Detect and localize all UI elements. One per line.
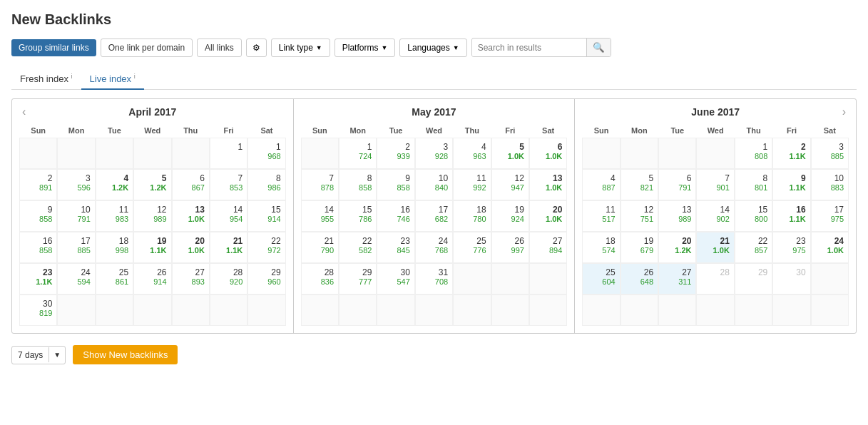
- day-cell[interactable]: 231.1K: [19, 263, 57, 295]
- day-cell[interactable]: 30819: [19, 295, 57, 326]
- day-cell[interactable]: 9858: [377, 169, 414, 200]
- search-input[interactable]: [472, 39, 586, 56]
- day-cell[interactable]: 27893: [172, 263, 210, 295]
- day-cell[interactable]: 26997: [491, 232, 529, 263]
- day-cell[interactable]: 25604: [582, 263, 620, 295]
- day-cell[interactable]: 61.0K: [529, 138, 567, 169]
- day-cell[interactable]: 18574: [582, 232, 620, 263]
- day-cell[interactable]: 22857: [735, 232, 772, 263]
- day-cell[interactable]: 10883: [811, 169, 849, 200]
- group-similar-button[interactable]: Group similar links: [11, 39, 96, 56]
- day-cell[interactable]: 2891: [19, 169, 57, 200]
- day-cell[interactable]: 4963: [453, 138, 491, 169]
- tab-live-index[interactable]: Live index i: [81, 68, 144, 90]
- day-cell[interactable]: 12989: [133, 200, 171, 232]
- day-cell[interactable]: 7853: [210, 169, 247, 200]
- day-cell[interactable]: 27311: [658, 263, 696, 295]
- link-type-dropdown[interactable]: Link type ▼: [271, 39, 330, 57]
- day-cell[interactable]: 22972: [247, 232, 285, 263]
- day-cell[interactable]: 18780: [453, 200, 491, 232]
- day-cell[interactable]: 23975: [772, 232, 810, 263]
- day-cell[interactable]: 2939: [377, 138, 414, 169]
- day-cell[interactable]: 7878: [301, 169, 339, 200]
- day-cell[interactable]: 19679: [621, 232, 658, 263]
- prev-month-button[interactable]: ‹: [19, 106, 29, 118]
- day-cell[interactable]: 25776: [453, 232, 491, 263]
- day-cell[interactable]: 5821: [621, 169, 658, 200]
- day-cell[interactable]: 23845: [377, 232, 414, 263]
- day-cell[interactable]: 3596: [57, 169, 95, 200]
- show-new-backlinks-button[interactable]: Show New backlinks: [73, 345, 178, 364]
- day-cell[interactable]: 10791: [57, 200, 95, 232]
- day-cell[interactable]: 15914: [247, 200, 285, 232]
- day-cell[interactable]: 19924: [491, 200, 529, 232]
- day-cell[interactable]: 16858: [19, 232, 57, 263]
- day-cell[interactable]: 1968: [247, 138, 285, 169]
- day-cell[interactable]: 28836: [301, 263, 339, 295]
- day-cell[interactable]: 14902: [696, 200, 734, 232]
- day-cell[interactable]: 211.1K: [210, 232, 247, 263]
- day-cell[interactable]: 22582: [339, 232, 377, 263]
- day-cell[interactable]: 191.1K: [133, 232, 171, 263]
- day-cell[interactable]: 28: [696, 263, 734, 295]
- day-cell[interactable]: 24594: [57, 263, 95, 295]
- day-cell[interactable]: 17682: [415, 200, 453, 232]
- day-cell[interactable]: 30547: [377, 263, 414, 295]
- day-cell[interactable]: 17885: [57, 232, 95, 263]
- day-cell[interactable]: 10840: [415, 169, 453, 200]
- day-cell[interactable]: 131.0K: [529, 169, 567, 200]
- days-select[interactable]: 7 days ▼: [11, 346, 66, 364]
- day-cell[interactable]: 11983: [96, 200, 133, 232]
- day-cell[interactable]: 21790: [301, 232, 339, 263]
- day-cell[interactable]: 8858: [339, 169, 377, 200]
- day-cell[interactable]: 30: [772, 263, 810, 295]
- day-cell[interactable]: 51.2K: [133, 169, 171, 200]
- one-link-per-domain-button[interactable]: One link per domain: [101, 39, 193, 57]
- day-cell[interactable]: 12947: [491, 169, 529, 200]
- day-cell[interactable]: 91.1K: [772, 169, 810, 200]
- day-cell[interactable]: 201.0K: [172, 232, 210, 263]
- day-cell[interactable]: 26914: [133, 263, 171, 295]
- day-cell[interactable]: 241.0K: [811, 232, 849, 263]
- day-cell[interactable]: 4887: [582, 169, 620, 200]
- day-cell[interactable]: 1808: [735, 138, 772, 169]
- day-cell[interactable]: 28920: [210, 263, 247, 295]
- day-cell[interactable]: 14954: [210, 200, 247, 232]
- day-cell[interactable]: 17975: [811, 200, 849, 232]
- day-cell[interactable]: 13989: [658, 200, 696, 232]
- day-cell[interactable]: 21.1K: [772, 138, 810, 169]
- search-icon-button[interactable]: 🔍: [586, 39, 611, 56]
- day-cell[interactable]: 3885: [811, 138, 849, 169]
- day-cell[interactable]: 24768: [415, 232, 453, 263]
- days-dropdown-arrow[interactable]: ▼: [48, 347, 65, 362]
- day-cell[interactable]: 8801: [735, 169, 772, 200]
- day-cell[interactable]: 26648: [621, 263, 658, 295]
- day-cell[interactable]: 15800: [735, 200, 772, 232]
- day-cell[interactable]: 14955: [301, 200, 339, 232]
- day-cell[interactable]: 27894: [529, 232, 567, 263]
- day-cell[interactable]: 7901: [696, 169, 734, 200]
- day-cell[interactable]: 15786: [339, 200, 377, 232]
- tab-fresh-index[interactable]: Fresh index i: [11, 68, 81, 90]
- day-cell[interactable]: 11992: [453, 169, 491, 200]
- day-cell[interactable]: 18998: [96, 232, 133, 263]
- day-cell[interactable]: 1724: [339, 138, 377, 169]
- day-cell[interactable]: 161.1K: [772, 200, 810, 232]
- day-cell[interactable]: 8986: [247, 169, 285, 200]
- platforms-dropdown[interactable]: Platforms ▼: [335, 39, 396, 57]
- day-cell[interactable]: 6867: [172, 169, 210, 200]
- languages-dropdown[interactable]: Languages ▼: [399, 39, 466, 57]
- day-cell[interactable]: 6791: [658, 169, 696, 200]
- day-cell[interactable]: 16746: [377, 200, 414, 232]
- day-cell[interactable]: 12751: [621, 200, 658, 232]
- day-cell[interactable]: 211.0K: [696, 232, 734, 263]
- next-month-button[interactable]: ›: [839, 106, 849, 118]
- day-cell[interactable]: 201.2K: [658, 232, 696, 263]
- day-cell[interactable]: 51.0K: [491, 138, 529, 169]
- day-cell[interactable]: 1: [210, 138, 247, 169]
- settings-icon-button[interactable]: ⚙: [246, 39, 267, 57]
- day-cell[interactable]: 3928: [415, 138, 453, 169]
- day-cell[interactable]: 131.0K: [172, 200, 210, 232]
- all-links-button[interactable]: All links: [197, 39, 242, 57]
- day-cell[interactable]: 201.0K: [529, 200, 567, 232]
